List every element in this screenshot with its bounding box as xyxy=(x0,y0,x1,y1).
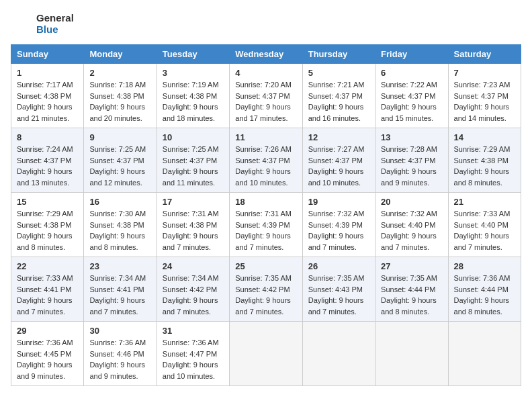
day-info: Sunrise: 7:30 AM Sunset: 4:38 PM Dayligh… xyxy=(89,208,150,253)
day-number: 6 xyxy=(381,68,442,78)
day-info: Sunrise: 7:34 AM Sunset: 4:41 PM Dayligh… xyxy=(89,273,150,317)
day-number: 18 xyxy=(235,197,296,207)
day-number: 1 xyxy=(17,68,78,78)
week-row-3: 22 Sunrise: 7:33 AM Sunset: 4:41 PM Dayl… xyxy=(11,257,521,322)
day-number: 13 xyxy=(381,132,442,142)
day-cell: 9 Sunrise: 7:25 AM Sunset: 4:37 PM Dayli… xyxy=(84,128,157,193)
day-cell: 23 Sunrise: 7:34 AM Sunset: 4:41 PM Dayl… xyxy=(84,257,157,322)
day-info: Sunrise: 7:27 AM Sunset: 4:37 PM Dayligh… xyxy=(308,144,369,188)
day-info: Sunrise: 7:35 AM Sunset: 4:43 PM Dayligh… xyxy=(308,273,369,317)
day-cell: 12 Sunrise: 7:27 AM Sunset: 4:37 PM Dayl… xyxy=(302,128,375,193)
day-info: Sunrise: 7:36 AM Sunset: 4:47 PM Dayligh… xyxy=(163,337,224,381)
day-cell: 31 Sunrise: 7:36 AM Sunset: 4:47 PM Dayl… xyxy=(157,322,229,386)
day-number: 5 xyxy=(308,68,369,78)
day-info: Sunrise: 7:20 AM Sunset: 4:37 PM Dayligh… xyxy=(235,79,296,124)
logo-blue: Blue xyxy=(36,24,74,35)
day-cell: 15 Sunrise: 7:29 AM Sunset: 4:38 PM Dayl… xyxy=(11,193,84,257)
header-row: SundayMondayTuesdayWednesdayThursdayFrid… xyxy=(11,45,521,64)
day-number: 31 xyxy=(163,326,224,336)
day-info: Sunrise: 7:31 AM Sunset: 4:39 PM Dayligh… xyxy=(235,208,296,253)
day-number: 11 xyxy=(235,132,296,142)
day-number: 21 xyxy=(454,197,515,207)
day-number: 7 xyxy=(454,68,515,78)
day-cell: 19 Sunrise: 7:32 AM Sunset: 4:39 PM Dayl… xyxy=(302,193,375,257)
col-header-sunday: Sunday xyxy=(11,45,84,64)
day-cell: 26 Sunrise: 7:35 AM Sunset: 4:43 PM Dayl… xyxy=(302,257,375,322)
day-cell: 8 Sunrise: 7:24 AM Sunset: 4:37 PM Dayli… xyxy=(11,128,84,193)
col-header-tuesday: Tuesday xyxy=(157,45,229,64)
day-cell xyxy=(230,322,302,386)
day-number: 3 xyxy=(163,68,224,78)
day-cell: 3 Sunrise: 7:19 AM Sunset: 4:38 PM Dayli… xyxy=(157,64,229,128)
day-cell: 27 Sunrise: 7:35 AM Sunset: 4:44 PM Dayl… xyxy=(375,257,448,322)
day-info: Sunrise: 7:36 AM Sunset: 4:46 PM Dayligh… xyxy=(89,337,150,381)
day-info: Sunrise: 7:26 AM Sunset: 4:37 PM Dayligh… xyxy=(235,144,296,188)
week-row-4: 29 Sunrise: 7:36 AM Sunset: 4:45 PM Dayl… xyxy=(11,322,521,386)
day-cell: 24 Sunrise: 7:34 AM Sunset: 4:42 PM Dayl… xyxy=(157,257,229,322)
day-cell: 21 Sunrise: 7:33 AM Sunset: 4:40 PM Dayl… xyxy=(448,193,521,257)
day-number: 15 xyxy=(17,197,78,207)
day-number: 9 xyxy=(89,132,150,142)
col-header-saturday: Saturday xyxy=(448,45,521,64)
day-cell: 28 Sunrise: 7:36 AM Sunset: 4:44 PM Dayl… xyxy=(448,257,521,322)
day-number: 17 xyxy=(163,197,224,207)
calendar-table: SundayMondayTuesdayWednesdayThursdayFrid… xyxy=(11,44,521,386)
day-number: 23 xyxy=(89,261,150,271)
day-info: Sunrise: 7:36 AM Sunset: 4:45 PM Dayligh… xyxy=(17,337,78,381)
day-number: 20 xyxy=(381,197,442,207)
day-info: Sunrise: 7:35 AM Sunset: 4:44 PM Dayligh… xyxy=(381,273,442,317)
day-cell: 13 Sunrise: 7:28 AM Sunset: 4:37 PM Dayl… xyxy=(375,128,448,193)
day-number: 19 xyxy=(308,197,369,207)
day-info: Sunrise: 7:25 AM Sunset: 4:37 PM Dayligh… xyxy=(163,144,224,188)
day-info: Sunrise: 7:33 AM Sunset: 4:41 PM Dayligh… xyxy=(17,273,78,317)
day-cell: 7 Sunrise: 7:23 AM Sunset: 4:37 PM Dayli… xyxy=(448,64,521,128)
day-cell: 10 Sunrise: 7:25 AM Sunset: 4:37 PM Dayl… xyxy=(157,128,229,193)
day-cell: 29 Sunrise: 7:36 AM Sunset: 4:45 PM Dayl… xyxy=(11,322,84,386)
day-number: 10 xyxy=(163,132,224,142)
week-row-0: 1 Sunrise: 7:17 AM Sunset: 4:38 PM Dayli… xyxy=(11,64,521,128)
day-cell: 16 Sunrise: 7:30 AM Sunset: 4:38 PM Dayl… xyxy=(84,193,157,257)
day-info: Sunrise: 7:24 AM Sunset: 4:37 PM Dayligh… xyxy=(17,144,78,188)
day-number: 22 xyxy=(17,261,78,271)
day-cell: 22 Sunrise: 7:33 AM Sunset: 4:41 PM Dayl… xyxy=(11,257,84,322)
day-cell: 5 Sunrise: 7:21 AM Sunset: 4:37 PM Dayli… xyxy=(302,64,375,128)
day-cell: 30 Sunrise: 7:36 AM Sunset: 4:46 PM Dayl… xyxy=(84,322,157,386)
day-number: 8 xyxy=(17,132,78,142)
day-cell: 20 Sunrise: 7:32 AM Sunset: 4:40 PM Dayl… xyxy=(375,193,448,257)
day-info: Sunrise: 7:36 AM Sunset: 4:44 PM Dayligh… xyxy=(454,273,515,317)
day-cell: 14 Sunrise: 7:29 AM Sunset: 4:38 PM Dayl… xyxy=(448,128,521,193)
day-info: Sunrise: 7:25 AM Sunset: 4:37 PM Dayligh… xyxy=(89,144,150,188)
day-info: Sunrise: 7:17 AM Sunset: 4:38 PM Dayligh… xyxy=(17,79,78,124)
day-info: Sunrise: 7:34 AM Sunset: 4:42 PM Dayligh… xyxy=(163,273,224,317)
day-number: 29 xyxy=(17,326,78,336)
day-info: Sunrise: 7:19 AM Sunset: 4:38 PM Dayligh… xyxy=(163,79,224,124)
day-cell xyxy=(375,322,448,386)
day-cell: 4 Sunrise: 7:20 AM Sunset: 4:37 PM Dayli… xyxy=(230,64,302,128)
day-info: Sunrise: 7:31 AM Sunset: 4:38 PM Dayligh… xyxy=(163,208,224,253)
day-cell: 11 Sunrise: 7:26 AM Sunset: 4:37 PM Dayl… xyxy=(230,128,302,193)
day-cell: 25 Sunrise: 7:35 AM Sunset: 4:42 PM Dayl… xyxy=(230,257,302,322)
day-number: 26 xyxy=(308,261,369,271)
logo: General Blue xyxy=(11,11,74,36)
day-info: Sunrise: 7:29 AM Sunset: 4:38 PM Dayligh… xyxy=(454,144,515,188)
day-number: 27 xyxy=(381,261,442,271)
day-number: 4 xyxy=(235,68,296,78)
day-info: Sunrise: 7:33 AM Sunset: 4:40 PM Dayligh… xyxy=(454,208,515,253)
week-row-2: 15 Sunrise: 7:29 AM Sunset: 4:38 PM Dayl… xyxy=(11,193,521,257)
day-number: 14 xyxy=(454,132,515,142)
day-number: 16 xyxy=(89,197,150,207)
logo-general: General xyxy=(36,12,74,24)
day-number: 12 xyxy=(308,132,369,142)
day-info: Sunrise: 7:32 AM Sunset: 4:39 PM Dayligh… xyxy=(308,208,369,253)
day-number: 30 xyxy=(89,326,150,336)
day-info: Sunrise: 7:23 AM Sunset: 4:37 PM Dayligh… xyxy=(454,79,515,124)
col-header-wednesday: Wednesday xyxy=(230,45,302,64)
col-header-thursday: Thursday xyxy=(302,45,375,64)
day-info: Sunrise: 7:29 AM Sunset: 4:38 PM Dayligh… xyxy=(17,208,78,253)
day-cell: 6 Sunrise: 7:22 AM Sunset: 4:37 PM Dayli… xyxy=(375,64,448,128)
day-info: Sunrise: 7:21 AM Sunset: 4:37 PM Dayligh… xyxy=(308,79,369,124)
week-row-1: 8 Sunrise: 7:24 AM Sunset: 4:37 PM Dayli… xyxy=(11,128,521,193)
header: General Blue xyxy=(11,11,521,36)
day-info: Sunrise: 7:28 AM Sunset: 4:37 PM Dayligh… xyxy=(381,144,442,188)
day-info: Sunrise: 7:35 AM Sunset: 4:42 PM Dayligh… xyxy=(235,273,296,317)
